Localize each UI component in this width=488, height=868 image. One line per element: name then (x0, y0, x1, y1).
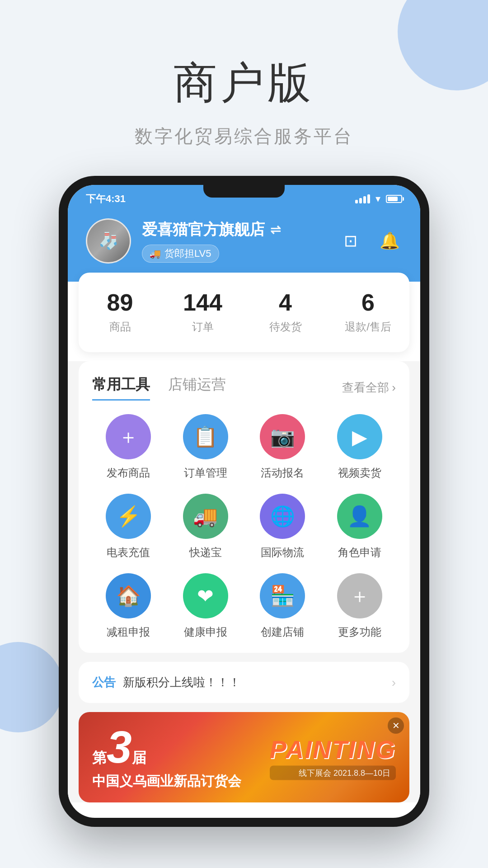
stat-pending[interactable]: 4 待发货 (244, 291, 327, 334)
content-area: 常用工具 店铺运营 查看全部 › ＋ 发布商品 (68, 361, 420, 802)
view-all-button[interactable]: 查看全部 › (342, 380, 396, 396)
intl-icon: 🌐 (260, 494, 305, 539)
stat-pending-number: 4 (244, 291, 327, 314)
tab-common-tools[interactable]: 常用工具 (92, 375, 150, 401)
electric-label: 电表充值 (107, 545, 150, 560)
app-header: 🧦 爱喜猫官方旗舰店 ⇌ 🚚 货郎担LV5 (68, 209, 420, 282)
banner-event-info: 线下展会 2021.8.8—10日 (270, 766, 396, 780)
avatar-image: 🧦 (87, 220, 130, 262)
battery-icon (386, 195, 402, 203)
stat-products-label: 商品 (79, 320, 161, 334)
phone-notch (203, 185, 285, 198)
stat-orders-number: 144 (161, 291, 244, 314)
stat-orders[interactable]: 144 订单 (161, 291, 244, 334)
phone-screen: 下午4:31 ▾ (68, 185, 420, 818)
page-header: 商户版 数字化贸易综合服务平台 (0, 0, 488, 176)
more-icon: ＋ (337, 573, 382, 618)
user-left: 🧦 爱喜猫官方旗舰店 ⇌ 🚚 货郎担LV5 (86, 218, 281, 264)
tab-store-ops[interactable]: 店铺运营 (168, 375, 226, 401)
stat-refund[interactable]: 6 退款/售后 (327, 291, 409, 334)
tool-health[interactable]: ❤ 健康申报 (169, 573, 242, 639)
user-badge: 🚚 货郎担LV5 (142, 245, 219, 263)
phone-frame: 下午4:31 ▾ (59, 176, 429, 827)
status-icons: ▾ (355, 193, 402, 205)
tool-create-store[interactable]: 🏪 创建店铺 (246, 573, 319, 639)
create-store-icon: 🏪 (260, 573, 305, 618)
video-label: 视频卖货 (338, 466, 381, 480)
tool-express[interactable]: 🚚 快递宝 (169, 494, 242, 560)
truck-icon: 🚚 (150, 248, 161, 259)
stat-refund-label: 退款/售后 (327, 320, 409, 334)
banner-subtitle: 中国义乌画业新品订货会 (92, 772, 241, 791)
express-icon: 🚚 (183, 494, 228, 539)
chevron-right-icon: › (392, 381, 396, 395)
rent-icon: 🏠 (106, 573, 151, 618)
switch-store-icon[interactable]: ⇌ (270, 222, 281, 237)
tool-video-sell[interactable]: ▶ 视频卖货 (324, 414, 396, 480)
status-time: 下午4:31 (86, 192, 126, 206)
electric-icon: ⚡ (106, 494, 151, 539)
user-info: 爱喜猫官方旗舰店 ⇌ 🚚 货郎担LV5 (142, 219, 281, 263)
announcement-text: 新版积分上线啦！！！ (123, 675, 385, 690)
banner-close-button[interactable]: ✕ (388, 717, 404, 734)
page-subtitle: 数字化贸易综合服务平台 (0, 124, 488, 149)
tool-order-manage[interactable]: 📋 订单管理 (169, 414, 242, 480)
announcement-arrow-icon: › (392, 675, 396, 690)
store-name: 爱喜猫官方旗舰店 ⇌ (142, 219, 281, 240)
header-icons: ⊡ 🔔 (338, 228, 402, 254)
activity-icon: 📷 (260, 414, 305, 459)
order-icon: 📋 (183, 414, 228, 459)
signal-icon (355, 194, 370, 203)
video-icon: ▶ (337, 414, 382, 459)
create-store-label: 创建店铺 (261, 625, 304, 639)
avatar[interactable]: 🧦 (86, 218, 131, 264)
banner-content: 第 3 届 中国义乌画业新品订货会 (92, 724, 241, 791)
health-icon: ❤ (183, 573, 228, 618)
page-title: 商户版 (0, 54, 488, 113)
stat-products[interactable]: 89 商品 (79, 291, 161, 334)
wifi-icon: ▾ (375, 193, 380, 205)
express-label: 快递宝 (189, 545, 222, 560)
tool-role-apply[interactable]: 👤 角色申请 (324, 494, 396, 560)
banner[interactable]: 第 3 届 中国义乌画业新品订货会 PAINTING 线下展会 2021.8.8… (79, 712, 409, 802)
scan-button[interactable]: ⊡ (338, 228, 363, 254)
tools-header: 常用工具 店铺运营 查看全部 › (92, 375, 396, 401)
tool-grid: ＋ 发布商品 📋 订单管理 📷 活动报名 ▶ (92, 414, 396, 639)
tool-electric[interactable]: ⚡ 电表充值 (92, 494, 165, 560)
banner-painting-text: PAINTING (270, 735, 396, 764)
stats-card: 89 商品 144 订单 4 待发货 6 退款/售后 (79, 273, 409, 352)
banner-right: PAINTING 线下展会 2021.8.8—10日 (270, 735, 396, 780)
tools-section: 常用工具 店铺运营 查看全部 › ＋ 发布商品 (79, 361, 409, 653)
intl-label: 国际物流 (261, 545, 304, 560)
tool-intl-logistics[interactable]: 🌐 国际物流 (246, 494, 319, 560)
rent-label: 减租申报 (107, 625, 150, 639)
stat-products-number: 89 (79, 291, 161, 314)
tool-rent-reduce[interactable]: 🏠 减租申报 (92, 573, 165, 639)
order-label: 订单管理 (184, 466, 227, 480)
stat-refund-number: 6 (327, 291, 409, 314)
banner-number: 3 (107, 724, 132, 769)
announcement-bar[interactable]: 公告 新版积分上线啦！！！ › (79, 662, 409, 703)
role-icon: 👤 (337, 494, 382, 539)
user-section: 🧦 爱喜猫官方旗舰店 ⇌ 🚚 货郎担LV5 (86, 218, 402, 264)
notification-button[interactable]: 🔔 (377, 228, 402, 254)
announcement-tag: 公告 (92, 675, 116, 690)
tools-tabs: 常用工具 店铺运营 (92, 375, 226, 401)
stat-orders-label: 订单 (161, 320, 244, 334)
tool-activity[interactable]: 📷 活动报名 (246, 414, 319, 480)
stat-pending-label: 待发货 (244, 320, 327, 334)
role-label: 角色申请 (338, 545, 381, 560)
publish-icon: ＋ (106, 414, 151, 459)
health-label: 健康申报 (184, 625, 227, 639)
tool-more[interactable]: ＋ 更多功能 (324, 573, 396, 639)
more-label: 更多功能 (338, 625, 381, 639)
activity-label: 活动报名 (261, 466, 304, 480)
phone-mockup: 下午4:31 ▾ (0, 176, 488, 827)
tool-publish-product[interactable]: ＋ 发布商品 (92, 414, 165, 480)
publish-label: 发布商品 (107, 466, 150, 480)
